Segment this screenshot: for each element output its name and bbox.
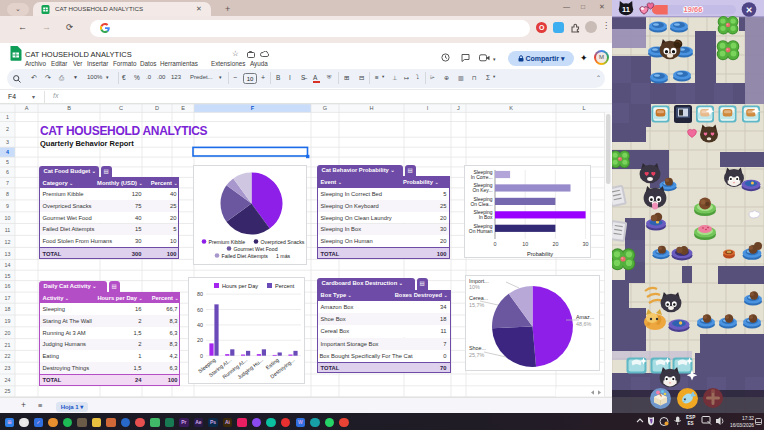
svg-text:21: 21 [5,342,11,348]
svg-text:On Key...: On Key... [472,188,492,193]
svg-text:Overpriced Snacks: Overpriced Snacks [260,238,304,244]
svg-text:D: D [155,105,159,111]
svg-text:Shoe...: Shoe... [469,345,486,351]
svg-text:C: C [119,105,123,111]
svg-text:Probability: Probability [527,251,553,257]
svg-text:5: 5 [6,159,9,165]
svg-text:4: 4 [6,149,9,155]
svg-text:10%: 10% [469,284,480,290]
svg-text:Premium Kibble: Premium Kibble [208,238,245,244]
svg-text:24: 24 [5,377,11,383]
svg-text:7: 7 [6,180,9,186]
svg-text:22: 22 [5,353,11,359]
svg-text:30: 30 [583,241,589,247]
svg-text:J: J [457,105,460,111]
svg-text:10: 10 [5,215,11,221]
svg-text:15,7%: 15,7% [469,301,484,307]
svg-text:8: 8 [6,191,9,197]
svg-text:Amaz...: Amaz... [576,314,594,320]
svg-text:12: 12 [5,239,11,245]
svg-text:F: F [251,105,255,111]
svg-text:B: B [67,105,71,111]
svg-text:1 más: 1 más [276,252,291,258]
svg-text:40: 40 [197,322,203,328]
svg-text:20: 20 [552,241,558,247]
svg-text:In Box: In Box [479,215,493,220]
svg-text:L: L [582,105,585,111]
svg-text:60: 60 [197,307,203,313]
svg-text:2: 2 [6,126,9,132]
svg-text:14: 14 [5,262,11,268]
svg-text:16: 16 [5,283,11,289]
svg-text:25: 25 [5,388,11,394]
svg-text:25,7%: 25,7% [469,351,484,357]
svg-text:0: 0 [494,241,497,247]
svg-text:11: 11 [622,5,630,14]
svg-text:On Human: On Human [469,229,493,234]
svg-text:17: 17 [5,295,11,301]
svg-text:Percent: Percent [275,283,295,289]
svg-text:Failed Diet Attempts: Failed Diet Attempts [221,252,268,258]
svg-text:0: 0 [200,353,203,359]
svg-text:80: 80 [197,291,203,297]
svg-text:19/66: 19/66 [684,5,703,14]
svg-text:6: 6 [6,169,9,175]
svg-text:1: 1 [6,114,9,120]
svg-text:10: 10 [522,241,528,247]
svg-text:20: 20 [5,330,11,336]
svg-text:13: 13 [5,251,11,257]
svg-text:E: E [181,105,185,111]
svg-text:✕: ✕ [745,5,752,15]
svg-text:11: 11 [5,227,11,233]
svg-text:A: A [25,105,29,111]
svg-text:15: 15 [5,273,11,279]
svg-text:3: 3 [6,139,9,145]
svg-text:G: G [323,105,327,111]
svg-text:Gourmet Wet Food: Gourmet Wet Food [233,245,277,251]
svg-text:19: 19 [5,318,11,324]
svg-text:Hours per Day: Hours per Day [222,283,258,289]
svg-text:K: K [509,105,513,111]
svg-text:In Corre...: In Corre... [471,175,493,180]
svg-text:18: 18 [5,306,11,312]
svg-text:20: 20 [197,337,203,343]
svg-text:48,6%: 48,6% [576,320,591,326]
svg-text:Cerea...: Cerea... [469,295,488,301]
svg-text:9: 9 [6,203,9,209]
svg-text:Import...: Import... [469,277,489,283]
svg-text:On Clea...: On Clea... [470,202,492,207]
svg-text:H: H [369,105,373,111]
svg-text:23: 23 [5,365,11,371]
